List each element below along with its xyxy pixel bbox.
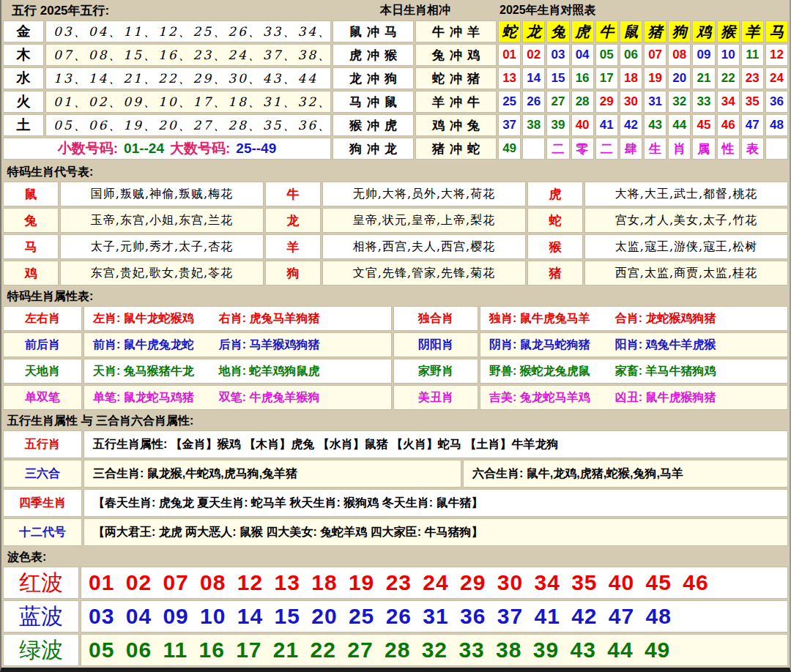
attribute-part: 阳肖: 鸡兔牛羊虎猴 — [615, 337, 716, 353]
group-content: 【两大君王: 龙虎 两大恶人: 鼠猴 四大美女: 兔蛇羊鸡 四大家臣: 牛马猪狗… — [83, 518, 788, 546]
shuxing-table: 左右肖左肖: 鼠牛龙蛇猴鸡右肖: 虎兔马羊狗猪独合肖独肖: 鼠牛虎兔马羊合肖: … — [1, 306, 790, 410]
zodiac-number-cell: 30 — [620, 91, 642, 113]
zodiac-number-cell: 39 — [546, 114, 569, 136]
zodiac-note-cell — [522, 138, 545, 160]
chong-pair: 马冲鼠 — [333, 91, 414, 113]
zodiac-header-cell: 狗 — [668, 20, 691, 42]
zodiac-header-cell: 猴 — [717, 20, 740, 42]
zodiac-note-cell: 属 — [692, 138, 715, 160]
element-name: 木 — [3, 44, 44, 66]
chong-pair: 鼠冲马 — [333, 20, 414, 42]
zodiac-alias-cell: 相将,西宫,夫人,西宫,樱花 — [322, 234, 526, 259]
zodiac-header-cell: 虎 — [571, 20, 594, 42]
zodiac-table-title: 2025年生肖对照表 — [498, 3, 788, 18]
chong-pair: 鸡冲兔 — [415, 114, 497, 136]
group-content: 五行生肖属性: 【金肖】猴鸡 【木肖】虎兔 【水肖】鼠猪 【火肖】蛇马 【土肖】… — [83, 430, 788, 458]
element-name: 火 — [3, 91, 44, 113]
zodiac-number-cell: 20 — [668, 67, 691, 89]
attribute-part: 双笔: 牛虎兔羊猴狗 — [219, 390, 320, 406]
chong-pair: 牛冲羊 — [415, 20, 497, 42]
zodiac-header-cell: 鼠 — [620, 20, 642, 42]
zodiac-number-row: 131415161718192021222324 — [498, 67, 788, 89]
bose-section-title: 波色表: — [1, 548, 790, 567]
chong-pair: 龙冲狗 — [333, 67, 414, 89]
zodiac-alias-cell: 太监,寇王,游侠,寇王,松树 — [584, 234, 788, 259]
wuxing-row: 水13、14、21、22、29、30、43、44 — [3, 67, 331, 89]
zodiac-number-cell: 38 — [522, 114, 545, 136]
zodiac-header-cell: 马 — [765, 20, 788, 42]
attribute-values: 前肖: 鼠牛虎兔龙蛇后肖: 马羊猴鸡狗猪 — [83, 332, 392, 357]
zodiac-name-cell: 猪 — [527, 261, 583, 285]
bose-table: 红波01 02 07 08 12 13 18 19 23 24 29 30 34… — [1, 567, 790, 666]
bose-row: 红波01 02 07 08 12 13 18 19 23 24 29 30 34… — [3, 567, 788, 599]
zodiac-number-cell: 19 — [644, 67, 666, 89]
group-content: 【春天生肖: 虎兔龙 夏天生肖: 蛇马羊 秋天生肖: 猴狗鸡 冬天生肖: 鼠牛猪… — [83, 489, 788, 517]
zodiac-alias-cell: 无帅,大将,员外,大将,荷花 — [322, 182, 526, 206]
attribute-group-label: 单双笔 — [3, 385, 82, 410]
zodiac-last-row: 49二零二肆生肖属性表 — [498, 138, 788, 160]
zodiac-number-cell: 04 — [571, 44, 594, 66]
zodiac-header-cell: 蛇 — [498, 20, 521, 42]
daihao-row: 鸡东宫,贵妃,歌女,贵妃,苓花狗文官,先锋,管家,先锋,菊花猪西宫,太监,商贾,… — [3, 261, 788, 285]
zodiac-number-cell: 11 — [741, 44, 764, 66]
number-size-note-part: 25--49 — [236, 141, 276, 157]
zodiac-note-cell: 生 — [644, 138, 666, 160]
daihao-row: 兔玉帝,东宫,小姐,东宫,兰花龙皇帝,状元,皇帝,上帝,梨花蛇宫女,才人,美女,… — [3, 208, 788, 233]
number-size-note-part: 大数号码: — [170, 139, 230, 158]
shuxing-row: 天地肖天肖: 兔马猴猪牛龙地肖: 蛇羊鸡狗鼠虎家野肖野兽: 猴蛇龙兔虎鼠家畜: … — [3, 359, 788, 384]
zodiac-number-cell: 18 — [620, 67, 642, 89]
zodiac-number-cell: 24 — [765, 67, 788, 89]
shuxing-row: 单双笔单笔: 鼠龙蛇马鸡猪双笔: 牛虎兔羊猴狗美丑肖吉美: 兔龙蛇马羊鸡凶丑: … — [3, 385, 788, 410]
zodiac-number-cell: 33 — [692, 91, 715, 113]
zodiac-number-cell: 13 — [498, 67, 521, 89]
zodiac-header-cell: 鸡 — [692, 20, 715, 42]
daihao-section-title: 特码生肖代号表: — [1, 163, 790, 182]
group-label: 五行肖 — [3, 430, 82, 458]
zodiac-number-cell: 40 — [571, 114, 594, 136]
zodiac-number-cell: 09 — [692, 44, 715, 66]
chong-pair: 狗冲龙 — [333, 138, 414, 160]
group-label: 三六合 — [3, 460, 82, 488]
zodiac-number-cell: 16 — [571, 67, 594, 89]
zodiac-alias-cell: 皇帝,状元,皇帝,上帝,梨花 — [322, 208, 526, 233]
attribute-group-label: 家野肖 — [393, 359, 478, 384]
attribute-group-label: 独合肖 — [393, 306, 478, 331]
zodiac-number-cell: 01 — [498, 44, 521, 66]
zodiac-name-cell: 鸡 — [3, 261, 59, 285]
attribute-part: 左肖: 鼠牛龙蛇猴鸡 — [93, 311, 194, 326]
group-label: 四季生肖 — [3, 489, 82, 517]
shuxing-row: 前后肖前肖: 鼠牛虎兔龙蛇后肖: 马羊猴鸡狗猪阴阳肖阴肖: 鼠龙马蛇狗猪阳肖: … — [3, 332, 788, 357]
wuxing-row: 木07、08、15、16、23、24、37、38、45、46 — [3, 44, 331, 66]
top-tables: 金03、04、11、12、25、26、33、34、41、42木07、08、15、… — [1, 20, 790, 161]
lottery-reference-page: 五行 2025年五行: 本日生肖相冲 2025年生肖对照表 金03、04、11、… — [0, 0, 791, 672]
wuxing-row: 火01、02、09、10、17、18、31、32、39、40、47、48 — [3, 91, 331, 113]
zodiac-number-cell: 25 — [498, 91, 521, 113]
attribute-part: 右肖: 虎兔马羊狗猪 — [219, 311, 320, 326]
chong-pair: 猴冲虎 — [333, 114, 414, 136]
zodiac-name-cell: 兔 — [3, 208, 59, 233]
attribute-values: 天肖: 兔马猴猪牛龙地肖: 蛇羊鸡狗鼠虎 — [83, 359, 392, 384]
zodiac-alias-cell: 宫女,才人,美女,太子,竹花 — [584, 208, 788, 233]
chong-row: 龙冲狗蛇冲猪 — [333, 67, 497, 89]
attribute-values: 吉美: 兔龙蛇马羊鸡凶丑: 鼠牛虎猴狗猪 — [480, 385, 788, 410]
zodiac-alias-cell: 东宫,贵妃,歌女,贵妃,苓花 — [60, 261, 264, 285]
zodiac-number-cell: 48 — [765, 114, 788, 136]
number-size-note-part: 小数号码: — [58, 139, 118, 158]
zodiac-number-cell: 23 — [741, 67, 764, 89]
number-size-note-part: 01--24 — [124, 141, 164, 157]
zodiac-number-cell: 10 — [717, 44, 740, 66]
element-name: 土 — [3, 114, 44, 136]
zodiac-number-cell: 43 — [644, 114, 666, 136]
wuxing-table: 金03、04、11、12、25、26、33、34、41、42木07、08、15、… — [3, 20, 331, 161]
top-header-row: 五行 2025年五行: 本日生肖相冲 2025年生肖对照表 — [1, 0, 790, 20]
zodiac-alias-cell: 太子,元帅,秀才,太子,杏花 — [60, 234, 264, 259]
zodiac-name-cell: 牛 — [265, 182, 321, 206]
zodiac-header-cell: 牛 — [595, 20, 618, 42]
zodiac-note-cell — [765, 138, 788, 160]
wuxing-table-title: 五行 2025年五行: — [3, 2, 333, 19]
attribute-part: 吉美: 兔龙蛇马羊鸡 — [489, 390, 590, 406]
wave-label: 绿波 — [3, 634, 79, 666]
attribute-group-label: 天地肖 — [3, 359, 82, 384]
zodiac-name-cell: 鼠 — [3, 182, 59, 206]
shuxing-section-title: 特码生肖属性表: — [1, 287, 790, 306]
